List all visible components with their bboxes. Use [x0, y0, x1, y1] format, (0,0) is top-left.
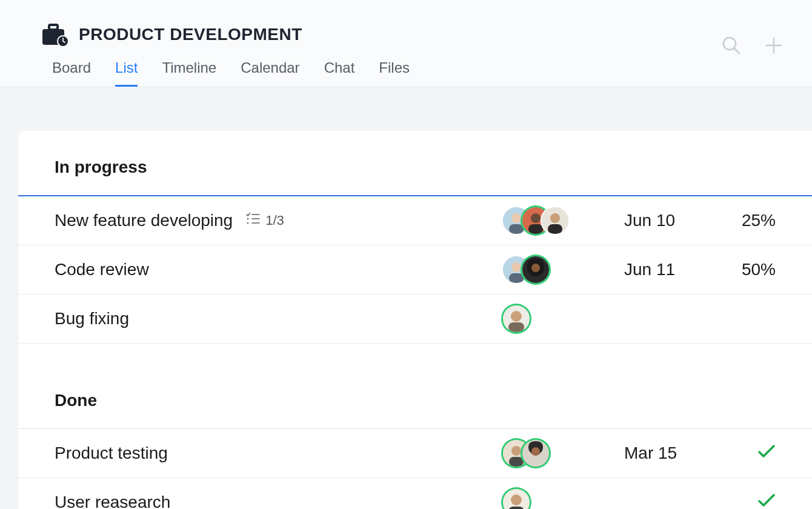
assignee-avatars	[503, 256, 624, 283]
svg-rect-14	[509, 224, 524, 234]
plus-icon[interactable]	[765, 36, 783, 57]
svg-rect-17	[528, 224, 543, 234]
svg-point-37	[511, 494, 522, 505]
section-done: Done Product testing Mar 15 User reasear…	[18, 391, 812, 509]
task-name: Bug fixing	[55, 309, 129, 328]
task-row[interactable]: Bug fixing	[18, 294, 812, 344]
project-title: PRODUCT DEVELOPMENT	[79, 25, 302, 44]
task-row[interactable]: User reasearch	[18, 478, 812, 509]
tab-list[interactable]: List	[115, 59, 138, 87]
tab-calendar[interactable]: Calendar	[241, 59, 299, 87]
svg-point-19	[550, 213, 560, 223]
section-title-done: Done	[18, 391, 812, 429]
svg-point-31	[511, 446, 521, 456]
svg-line-4	[734, 48, 739, 53]
assignee-avatars	[503, 489, 624, 509]
task-name: New feature developing	[55, 211, 233, 230]
search-icon[interactable]	[721, 35, 742, 58]
svg-point-3	[724, 38, 736, 50]
task-percent: 50%	[727, 260, 776, 279]
svg-point-10	[247, 218, 249, 220]
title-row: PRODUCT DEVELOPMENT	[41, 23, 794, 46]
svg-point-13	[511, 213, 521, 223]
svg-rect-29	[508, 322, 524, 332]
tab-timeline[interactable]: Timeline	[162, 59, 216, 87]
tab-files[interactable]: Files	[379, 59, 410, 87]
briefcase-clock-icon	[41, 23, 69, 46]
svg-point-35	[531, 447, 540, 456]
tab-board[interactable]: Board	[52, 59, 91, 87]
avatar[interactable]	[503, 305, 530, 332]
assignee-avatars	[503, 207, 624, 234]
task-date: Mar 15	[624, 444, 727, 463]
svg-point-26	[531, 264, 540, 272]
avatar[interactable]	[542, 207, 568, 234]
assignee-avatars	[503, 305, 624, 332]
checklist-indicator: 1/3	[246, 213, 284, 228]
task-date: Jun 11	[624, 260, 727, 279]
assignee-avatars	[503, 440, 624, 467]
checkmark-icon	[757, 445, 776, 459]
tab-chat[interactable]: Chat	[324, 59, 355, 87]
done-checkmark	[727, 494, 776, 509]
checklist-icon	[246, 213, 261, 228]
task-row[interactable]: New feature developing 1/3	[18, 196, 812, 245]
task-date: Jun 10	[624, 211, 727, 230]
svg-point-11	[247, 222, 249, 224]
svg-rect-23	[509, 273, 524, 283]
avatar[interactable]	[503, 489, 530, 509]
checkmark-icon	[757, 494, 776, 508]
task-list-panel: In progress New feature developing 1/3	[18, 131, 812, 509]
task-name: Code review	[55, 260, 149, 279]
svg-point-22	[511, 262, 521, 272]
checklist-count: 1/3	[265, 213, 284, 228]
avatar[interactable]	[522, 440, 549, 467]
svg-point-16	[531, 213, 541, 223]
view-tabs: Board List Timeline Calendar Chat Files	[41, 59, 794, 87]
svg-rect-32	[509, 457, 524, 467]
section-title-in-progress: In progress	[18, 158, 812, 196]
task-row[interactable]: Code review Jun 11 50%	[18, 245, 812, 294]
avatar[interactable]	[522, 256, 549, 283]
task-percent: 25%	[727, 211, 776, 230]
svg-point-28	[511, 311, 522, 322]
svg-rect-1	[49, 25, 58, 30]
task-name: User reasearch	[55, 493, 170, 509]
header-actions	[721, 35, 783, 58]
task-row[interactable]: Product testing Mar 15	[18, 429, 812, 478]
done-checkmark	[727, 445, 776, 462]
project-header: PRODUCT DEVELOPMENT Board List Timeline …	[0, 0, 812, 87]
section-in-progress: In progress New feature developing 1/3	[18, 158, 812, 344]
svg-rect-20	[548, 224, 562, 234]
task-name: Product testing	[55, 444, 168, 463]
